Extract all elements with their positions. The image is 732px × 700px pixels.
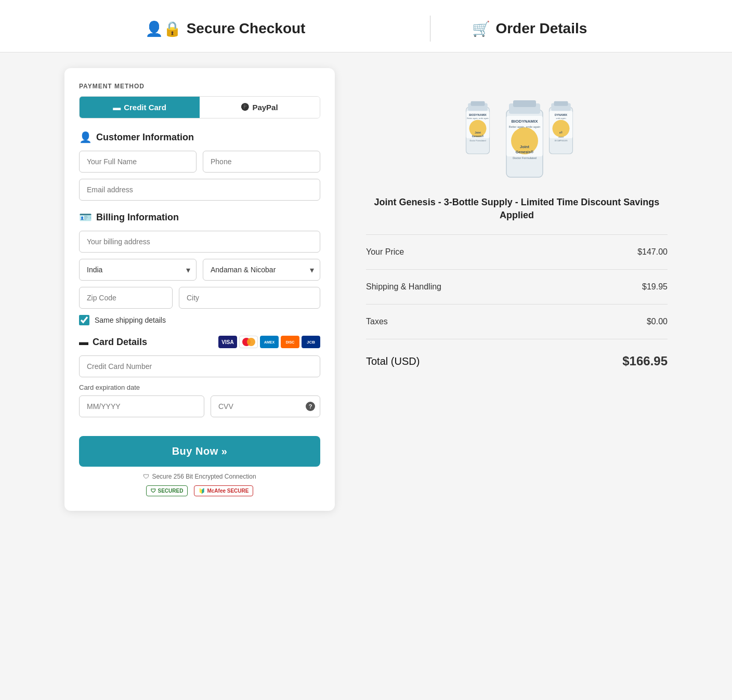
- visa-logo: VISA: [218, 336, 237, 348]
- person-icon: 👤: [79, 131, 92, 143]
- city-input[interactable]: [179, 287, 320, 309]
- id-card-icon: 🪪: [79, 211, 92, 223]
- order-divider-3: [366, 304, 668, 305]
- paypal-tab-label: PayPal: [252, 103, 278, 112]
- expiry-label: Card expiration date: [79, 384, 320, 391]
- country-select[interactable]: India United States United Kingdom: [79, 259, 197, 281]
- svg-rect-2: [471, 101, 485, 106]
- card-number-input[interactable]: [79, 355, 320, 377]
- paypal-tab[interactable]: 🅟 PayPal: [200, 97, 320, 118]
- country-state-row: India United States United Kingdom Andam…: [79, 259, 320, 281]
- svg-text:Joint: Joint: [475, 131, 481, 134]
- price-label: Your Price: [366, 247, 404, 257]
- lock-user-icon: 👤🔒: [145, 20, 181, 37]
- address-row: [79, 231, 320, 253]
- credit-card-tab-label: Credit Card: [124, 103, 166, 112]
- price-value: $147.00: [637, 247, 668, 257]
- security-row: 🛡 Secure 256 Bit Encrypted Connection: [79, 473, 320, 480]
- svg-text:30 CAPSULES: 30 CAPSULES: [554, 140, 568, 142]
- card-section-header: ▬ Card Details VISA AMEX DISC JCB: [79, 336, 320, 348]
- jcb-logo: JCB: [302, 336, 320, 348]
- same-shipping-label: Same shipping details: [95, 316, 166, 324]
- state-select[interactable]: Andaman & Nicobar Delhi Maharashtra: [203, 259, 320, 281]
- header-divider: [430, 16, 430, 42]
- state-select-wrapper: Andaman & Nicobar Delhi Maharashtra: [203, 259, 320, 281]
- taxes-label: Taxes: [366, 317, 388, 326]
- svg-text:Joint: Joint: [520, 144, 529, 149]
- country-select-wrapper: India United States United Kingdom: [79, 259, 197, 281]
- email-row: [79, 179, 320, 201]
- svg-rect-22: [554, 101, 568, 106]
- shipping-value: $19.95: [642, 282, 668, 292]
- checkout-panel: PAYMENT METHOD ▬ Credit Card 🅟 PayPal 👤 …: [64, 68, 335, 511]
- shield-green-icon: 🛡: [151, 488, 156, 494]
- payment-tabs: ▬ Credit Card 🅟 PayPal: [79, 96, 320, 118]
- secured-badge: 🛡 SECURED: [146, 485, 188, 496]
- zip-city-row: [79, 287, 320, 309]
- security-text: Secure 256 Bit Encrypted Connection: [152, 473, 256, 480]
- cvv-wrapper: ?: [211, 395, 320, 417]
- customer-section: 👤 Customer Information: [79, 131, 320, 201]
- svg-text:Better again, smile again: Better again, smile again: [467, 117, 488, 120]
- svg-text:BIODYNAMIX: BIODYNAMIX: [469, 113, 487, 116]
- card-section-heading: ▬ Card Details: [79, 337, 147, 348]
- main-layout: PAYMENT METHOD ▬ Credit Card 🅟 PayPal 👤 …: [54, 52, 678, 526]
- phone-input[interactable]: [203, 151, 320, 173]
- credit-card-tab[interactable]: ▬ Credit Card: [80, 97, 200, 118]
- billing-section: 🪪 Billing Information India United State…: [79, 211, 320, 325]
- mcafee-icon: 🔰: [199, 488, 205, 494]
- order-divider-2: [366, 269, 668, 270]
- order-panel: BIODYNAMIX Better again, smile again Joi…: [366, 68, 668, 375]
- svg-text:ulated: ulated: [558, 136, 564, 138]
- expiry-row: Card expiration date ?: [79, 384, 320, 417]
- customer-section-heading: 👤 Customer Information: [79, 131, 320, 143]
- same-shipping-checkbox[interactable]: [79, 315, 89, 325]
- mastercard-logo: [239, 336, 258, 348]
- order-details-heading: 🛒 Order Details: [472, 20, 587, 37]
- total-value: $166.95: [622, 354, 668, 368]
- svg-text:s®: s®: [559, 131, 563, 134]
- zip-input[interactable]: [79, 287, 173, 309]
- card-number-row: [79, 355, 320, 377]
- svg-text:Doctor Formulated: Doctor Formulated: [513, 156, 537, 160]
- buy-now-button[interactable]: Buy Now »: [79, 436, 320, 467]
- full-name-input[interactable]: [79, 151, 197, 173]
- svg-text:DYNAMIX: DYNAMIX: [555, 113, 568, 116]
- page-header: 👤🔒 Secure Checkout 🛒 Order Details: [0, 0, 732, 52]
- credit-card-icon: ▬: [79, 337, 88, 348]
- mcafee-badge: 🔰 McAfee SECURE: [194, 485, 253, 496]
- expiry-inputs: ?: [79, 395, 320, 417]
- product-image-area: BIODYNAMIX Better again, smile again Joi…: [366, 73, 668, 188]
- cvv-input[interactable]: [211, 395, 320, 417]
- secure-checkout-heading: 👤🔒 Secure Checkout: [145, 20, 306, 37]
- order-line-shipping: Shipping & Handling $19.95: [366, 276, 668, 298]
- same-shipping-row: Same shipping details: [79, 315, 320, 325]
- svg-text:smile again: smile again: [556, 117, 566, 120]
- paypal-tab-icon: 🅟: [241, 103, 249, 112]
- payment-method-label: PAYMENT METHOD: [79, 83, 320, 90]
- name-phone-row: [79, 151, 320, 173]
- email-input[interactable]: [79, 179, 320, 201]
- order-divider-1: [366, 234, 668, 235]
- order-line-price: Your Price $147.00: [366, 241, 668, 263]
- credit-card-tab-icon: ▬: [113, 103, 121, 112]
- discover-logo: DISC: [281, 336, 299, 348]
- svg-text:Doctor Formulated: Doctor Formulated: [469, 140, 486, 142]
- billing-section-heading: 🪪 Billing Information: [79, 211, 320, 223]
- card-section: ▬ Card Details VISA AMEX DISC JCB: [79, 336, 320, 417]
- shipping-label: Shipping & Handling: [366, 282, 441, 292]
- svg-text:BIODYNAMIX: BIODYNAMIX: [511, 119, 538, 124]
- svg-text:Genesis®: Genesis®: [472, 135, 484, 138]
- cart-icon: 🛒: [472, 20, 490, 37]
- svg-text:Genesis®: Genesis®: [516, 150, 534, 154]
- security-badges: 🛡 SECURED 🔰 McAfee SECURE: [79, 485, 320, 496]
- mm-yyyy-input[interactable]: [79, 395, 204, 417]
- order-line-total: Total (USD) $166.95: [366, 346, 668, 375]
- card-logos: VISA AMEX DISC JCB: [218, 336, 320, 348]
- cvv-help-icon[interactable]: ?: [306, 402, 315, 411]
- amex-logo: AMEX: [260, 336, 279, 348]
- order-divider-4: [366, 339, 668, 339]
- svg-point-24: [553, 120, 570, 137]
- billing-address-input[interactable]: [79, 231, 320, 253]
- total-label: Total (USD): [366, 355, 420, 367]
